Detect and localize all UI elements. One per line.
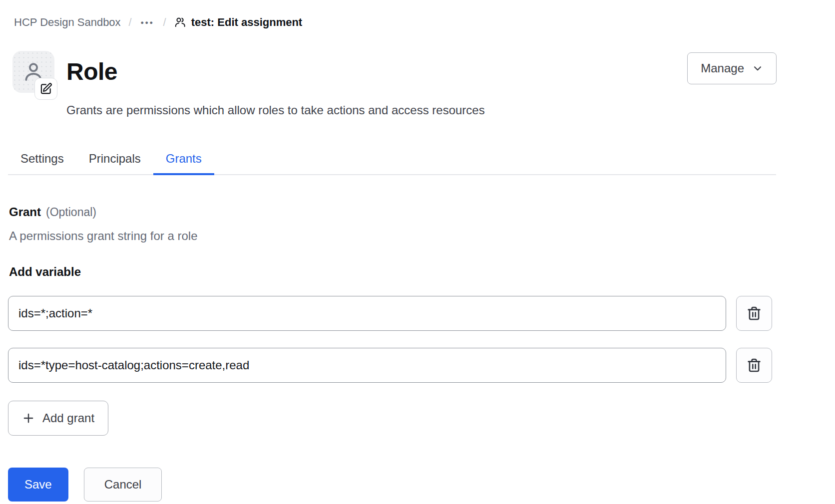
edit-avatar-button[interactable]: [34, 78, 57, 100]
grant-row: [8, 296, 772, 331]
breadcrumb-separator: /: [163, 16, 166, 29]
add-grant-button[interactable]: Add grant: [8, 401, 108, 436]
edit-pencil-icon: [39, 82, 52, 95]
grant-string-input-1[interactable]: [8, 296, 726, 331]
trash-icon: [746, 357, 762, 373]
manage-button-label: Manage: [701, 61, 744, 75]
trash-icon: [746, 305, 762, 321]
users-icon: [174, 16, 186, 28]
grant-string-input-2[interactable]: [8, 348, 726, 383]
grant-help-text: A permissions grant string for a role: [9, 229, 835, 243]
manage-dropdown-button[interactable]: Manage: [687, 52, 777, 84]
tab-bar: Settings Principals Grants: [8, 152, 776, 175]
breadcrumb-current-label: test: Edit assignment: [191, 16, 302, 29]
grant-row: [8, 348, 772, 383]
title-block: Role Grants are permissions which allow …: [66, 51, 485, 118]
delete-grant-button-1[interactable]: [736, 296, 772, 331]
plus-icon: [22, 412, 35, 425]
breadcrumb: HCP Design Sandbox / ••• / test: Edit as…: [14, 15, 835, 30]
grant-field-label-row: Grant (Optional): [9, 205, 835, 219]
tab-settings[interactable]: Settings: [8, 152, 76, 175]
role-avatar: [12, 51, 54, 93]
breadcrumb-item-org[interactable]: HCP Design Sandbox: [14, 16, 121, 29]
grant-field-label: Grant: [9, 205, 41, 219]
cancel-button[interactable]: Cancel: [84, 468, 162, 502]
tab-principals[interactable]: Principals: [76, 152, 153, 175]
add-grant-label: Add grant: [42, 411, 94, 425]
page: HCP Design Sandbox / ••• / test: Edit as…: [0, 0, 835, 504]
page-subtitle: Grants are permissions which allow roles…: [66, 103, 485, 118]
save-button[interactable]: Save: [8, 468, 68, 502]
chevron-down-icon: [752, 63, 763, 74]
breadcrumb-separator: /: [129, 16, 132, 29]
form-actions: Save Cancel: [8, 468, 835, 502]
tab-grants[interactable]: Grants: [153, 152, 214, 175]
grant-optional-label: (Optional): [46, 206, 96, 219]
add-variable-label: Add variable: [9, 265, 835, 279]
breadcrumb-ellipsis-button[interactable]: •••: [140, 17, 155, 28]
breadcrumb-item-current[interactable]: test: Edit assignment: [174, 16, 302, 29]
delete-grant-button-2[interactable]: [736, 348, 772, 383]
page-title: Role: [66, 51, 485, 93]
page-header: Role Grants are permissions which allow …: [8, 51, 835, 118]
